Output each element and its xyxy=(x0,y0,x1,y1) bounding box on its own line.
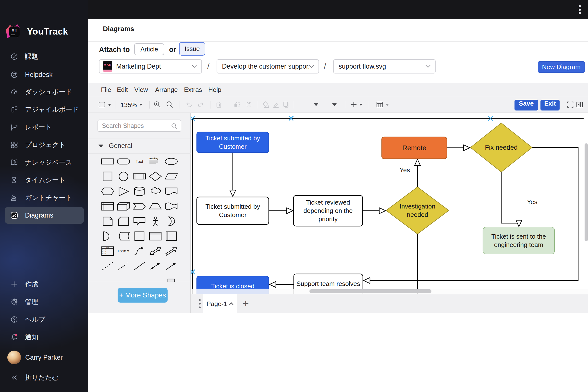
to-back-button[interactable] xyxy=(244,99,254,110)
sidebar-item-gantt-charts[interactable]: ガントチャート xyxy=(0,190,88,206)
node-engineering-team[interactable]: Ticket is sent to the engineering team xyxy=(483,227,554,254)
section-general[interactable]: General xyxy=(88,138,190,154)
zoom-out-button[interactable] xyxy=(164,99,175,110)
insert-caret[interactable] xyxy=(358,99,364,110)
redo-button[interactable] xyxy=(196,99,206,110)
shape-actor[interactable] xyxy=(147,214,163,228)
table-button[interactable] xyxy=(374,99,385,110)
sidebar-item-dashboards[interactable]: ダッシュボード xyxy=(0,84,88,100)
node-ticket-submitted-start[interactable]: Ticket submitted by Customer xyxy=(197,132,269,153)
shape-textbox[interactable]: Heading xyxy=(147,154,163,169)
shape-circle[interactable] xyxy=(116,169,131,184)
shape-square[interactable] xyxy=(100,169,116,184)
shape-bidirectional-arrow[interactable] xyxy=(147,244,163,258)
diagram-canvas[interactable]: Ticket submitted by Customer Ticket subm… xyxy=(190,113,588,294)
sidebar-item-projects[interactable]: プロジェクト xyxy=(0,137,88,153)
shape-document[interactable] xyxy=(163,184,179,199)
menu-arrange[interactable]: Arrange xyxy=(155,86,178,94)
shape-dotted-line[interactable] xyxy=(116,258,131,274)
shape-list[interactable]: ListItem 1Item 2Item 3 xyxy=(100,244,116,258)
sidebar-item-notifications[interactable]: 通知 xyxy=(0,329,88,345)
save-button[interactable]: Save xyxy=(514,100,538,110)
shape-tape[interactable] xyxy=(163,199,179,214)
sidebar-collapse[interactable]: 折りたたむ xyxy=(0,370,88,386)
vscroll-thumb[interactable] xyxy=(584,143,588,241)
shape-data-storage[interactable] xyxy=(116,228,131,244)
shape-rectangle[interactable] xyxy=(100,154,116,169)
shape-dashed-line[interactable] xyxy=(100,258,116,274)
shape-clipped-fragment[interactable] xyxy=(163,274,179,282)
shape-ellipse[interactable] xyxy=(163,154,179,169)
sidebar-item-timesheets[interactable]: タイムシート xyxy=(0,172,88,188)
waypoint-style-caret[interactable] xyxy=(331,99,338,110)
window-menu-icon[interactable] xyxy=(579,4,581,16)
node-remote[interactable]: Remote xyxy=(382,137,447,159)
shape-arrow[interactable] xyxy=(163,244,179,258)
shape-cloud[interactable] xyxy=(147,184,163,199)
attach-issue-button[interactable]: Issue xyxy=(179,42,205,56)
delete-button[interactable] xyxy=(214,99,224,110)
shape-curve[interactable] xyxy=(131,244,147,258)
shape-search-input[interactable] xyxy=(102,121,168,130)
new-diagram-button[interactable]: New Diagram xyxy=(538,61,585,73)
shape-triangle[interactable] xyxy=(116,184,131,199)
shape-parallelogram[interactable] xyxy=(163,169,179,184)
edge-label-yes-engineering[interactable]: Yes xyxy=(524,198,540,206)
shape-rounded-rectangle[interactable] xyxy=(116,154,131,169)
shape-cube[interactable] xyxy=(116,199,131,214)
to-front-button[interactable] xyxy=(232,99,242,110)
exit-button[interactable]: Exit xyxy=(540,100,560,110)
shape-note[interactable] xyxy=(100,214,116,228)
line-color-button[interactable] xyxy=(271,99,282,110)
undo-button[interactable] xyxy=(184,99,194,110)
sidebar-item-issues[interactable]: 課題 xyxy=(0,49,88,64)
shape-square-2[interactable] xyxy=(131,228,147,244)
sidebar-item-create[interactable]: 作成 xyxy=(0,276,88,292)
page-tab[interactable]: Page-1 xyxy=(203,294,237,313)
more-shapes-button[interactable]: + More Shapes xyxy=(118,288,168,302)
shape-and[interactable] xyxy=(100,228,116,244)
edge-label-yes-remote[interactable]: Yes xyxy=(396,166,413,174)
sidebar-item-agile-boards[interactable]: アジャイルボード xyxy=(0,102,88,117)
menu-help[interactable]: Help xyxy=(208,86,221,94)
shape-hexagon[interactable] xyxy=(100,184,116,199)
sidebar-item-diagrams[interactable]: Diagrams xyxy=(0,208,88,223)
connection-style-caret[interactable] xyxy=(312,99,320,110)
zoom-in-button[interactable] xyxy=(152,99,163,110)
sidebar-user[interactable]: Carry Parker xyxy=(0,350,88,365)
fill-color-button[interactable] xyxy=(261,99,272,110)
collapse-format-panel-button[interactable] xyxy=(574,99,585,110)
menu-extras[interactable]: Extras xyxy=(184,86,202,94)
menu-file[interactable]: File xyxy=(101,86,111,94)
shape-or[interactable] xyxy=(163,214,179,228)
shape-callout[interactable] xyxy=(131,214,147,228)
panel-dropdown-caret[interactable] xyxy=(106,99,113,110)
hscroll-thumb[interactable] xyxy=(310,289,432,293)
shape-trapezoid[interactable] xyxy=(147,199,163,214)
shape-step[interactable] xyxy=(131,199,147,214)
shape-internal-storage[interactable] xyxy=(100,199,116,214)
sidebar-item-reports[interactable]: レポート xyxy=(0,119,88,135)
shape-list-item[interactable]: List Item xyxy=(116,244,131,258)
shadow-button[interactable] xyxy=(280,99,291,110)
sidebar-item-help[interactable]: ヘルプ xyxy=(0,312,88,327)
shape-text[interactable]: Text xyxy=(131,154,147,169)
menu-view[interactable]: View xyxy=(134,86,148,94)
file-select[interactable]: support flow.svg xyxy=(333,59,436,74)
shape-container[interactable] xyxy=(147,228,163,244)
shape-card[interactable] xyxy=(116,214,131,228)
shape-process[interactable] xyxy=(131,169,147,184)
node-ticket-submitted[interactable]: Ticket submitted by Customer xyxy=(197,197,269,224)
menu-edit[interactable]: Edit xyxy=(117,86,128,94)
pages-menu-icon[interactable] xyxy=(198,299,202,310)
toggle-format-panel-button[interactable] xyxy=(96,99,107,110)
shape-line[interactable] xyxy=(131,258,147,274)
sidebar-item-helpdesk[interactable]: Helpdesk xyxy=(0,67,88,82)
add-page-button[interactable]: + xyxy=(242,297,249,310)
attach-article-button[interactable]: Article xyxy=(134,43,164,55)
shape-diamond[interactable] xyxy=(147,169,163,184)
shape-bidirectional-connector[interactable] xyxy=(147,258,163,274)
zoom-level[interactable]: 135% xyxy=(120,101,137,109)
sidebar-item-administration[interactable]: 管理 xyxy=(0,294,88,310)
shape-vertical-container[interactable] xyxy=(163,228,179,244)
